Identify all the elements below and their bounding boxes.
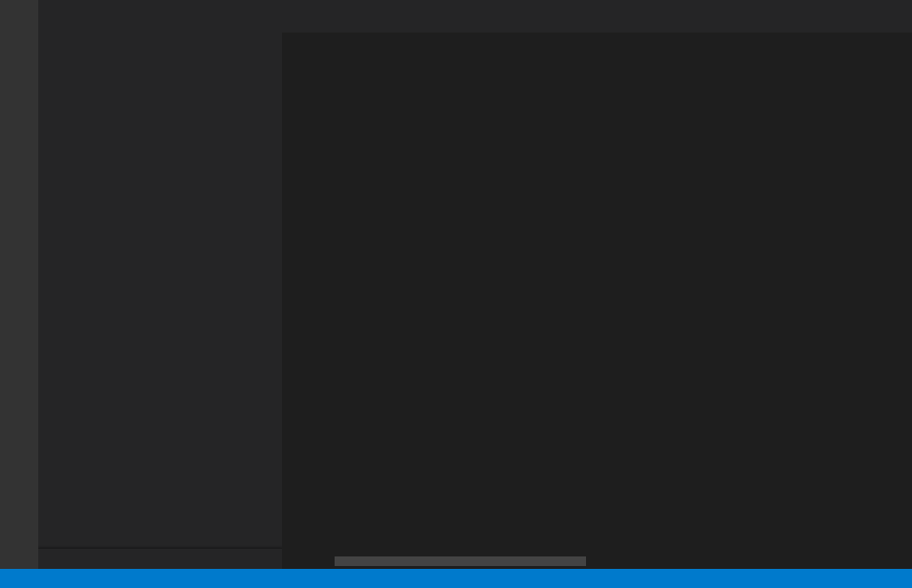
tab-bar (282, 0, 912, 33)
overview-ruler-scrollbar[interactable] (902, 54, 912, 571)
workspace-section-header[interactable] (38, 36, 282, 57)
outline-section-header[interactable] (38, 548, 282, 569)
horizontal-scrollbar[interactable] (335, 556, 586, 566)
explorer-header (38, 0, 282, 36)
breadcrumbs (282, 33, 912, 54)
status-bar (0, 569, 912, 588)
explorer-sidebar (38, 0, 282, 569)
activity-bar (0, 0, 38, 569)
code-editor[interactable] (282, 54, 912, 571)
